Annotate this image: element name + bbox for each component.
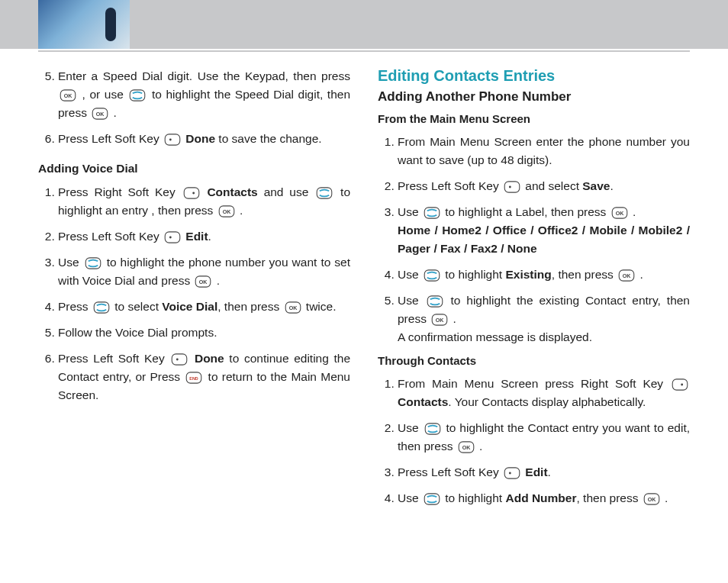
ok-key-icon bbox=[643, 493, 660, 505]
ok-key-icon bbox=[458, 441, 475, 453]
list-item: Enter a Speed Dial digit. Use the Keypad… bbox=[58, 67, 350, 122]
heading-through-contacts: Through Contacts bbox=[378, 354, 690, 367]
heading-adding-voice-dial: Adding Voice Dial bbox=[38, 162, 350, 176]
steps-voice-dial: Press Right Soft Key Contacts and use to… bbox=[38, 183, 350, 404]
left-soft-key-icon bbox=[504, 467, 520, 479]
ok-key-icon bbox=[285, 301, 301, 314]
steps-speed-dial-continued: Enter a Speed Dial digit. Use the Keypad… bbox=[38, 67, 350, 148]
content-columns: Enter a Speed Dial digit. Use the Keypad… bbox=[0, 52, 728, 538]
ok-key-icon bbox=[431, 314, 448, 326]
nav-key-icon bbox=[93, 301, 110, 314]
ok-key-icon bbox=[195, 275, 211, 288]
nav-key-icon bbox=[129, 89, 146, 101]
list-item: From Main Menu Screen press Right Soft K… bbox=[398, 375, 690, 411]
heading-from-main-menu: From the Main Menu Screen bbox=[378, 112, 690, 125]
end-key-icon bbox=[185, 372, 202, 384]
list-item: Use to highlight the existing Contact en… bbox=[398, 292, 690, 346]
page-header-band bbox=[0, 0, 728, 49]
list-item: Use to highlight Existing, then press . bbox=[398, 266, 690, 284]
list-item: Press Left Soft Key and select Save. bbox=[398, 177, 690, 195]
list-item: Press to select Voice Dial, then press t… bbox=[58, 298, 350, 316]
list-item: Press Right Soft Key Contacts and use to… bbox=[58, 183, 350, 220]
left-soft-key-icon bbox=[164, 134, 181, 146]
nav-key-icon bbox=[316, 187, 333, 199]
nav-key-icon bbox=[424, 493, 440, 505]
list-item: From Main Menu Screen enter the phone nu… bbox=[398, 133, 690, 169]
list-item: Use to highlight the Contact entry you w… bbox=[398, 419, 690, 456]
nav-key-icon bbox=[427, 295, 443, 308]
list-item: Use to highlight the phone number you wa… bbox=[58, 253, 350, 290]
list-item: Press Left Soft Key Done to continue edi… bbox=[58, 349, 350, 404]
ok-key-icon bbox=[218, 205, 235, 217]
list-item: Follow the Voice Dial prompts. bbox=[58, 324, 350, 342]
left-soft-key-icon bbox=[171, 353, 188, 366]
left-soft-key-icon bbox=[504, 181, 520, 193]
steps-from-main-menu: From Main Menu Screen enter the phone nu… bbox=[378, 133, 690, 346]
heading-editing-contacts: Editing Contacts Entries bbox=[378, 67, 690, 85]
list-item: Use to highlight Add Number, then press … bbox=[398, 489, 690, 507]
right-column: Editing Contacts Entries Adding Another … bbox=[378, 67, 690, 515]
right-soft-key-icon bbox=[183, 187, 200, 199]
manual-page: Enter a Speed Dial digit. Use the Keypad… bbox=[0, 0, 728, 583]
ok-key-icon bbox=[618, 269, 635, 282]
nav-key-icon bbox=[424, 423, 441, 435]
left-column: Enter a Speed Dial digit. Use the Keypad… bbox=[38, 67, 350, 515]
right-soft-key-icon bbox=[672, 378, 688, 391]
list-item: Press Left Soft Key Done to save the cha… bbox=[58, 130, 350, 148]
header-image bbox=[38, 0, 130, 49]
list-item: Use to highlight a Label, then press . H… bbox=[398, 203, 690, 258]
ok-key-icon bbox=[92, 108, 108, 120]
list-item: Press Left Soft Key Edit. bbox=[398, 463, 690, 482]
nav-key-icon bbox=[424, 269, 440, 282]
left-soft-key-icon bbox=[164, 231, 181, 243]
list-item: Press Left Soft Key Edit. bbox=[58, 227, 350, 246]
ok-key-icon bbox=[60, 89, 76, 101]
steps-through-contacts: From Main Menu Screen press Right Soft K… bbox=[378, 375, 690, 507]
heading-adding-another-number: Adding Another Phone Number bbox=[378, 89, 690, 105]
nav-key-icon bbox=[424, 207, 440, 219]
ok-key-icon bbox=[611, 207, 628, 219]
nav-key-icon bbox=[85, 257, 101, 269]
